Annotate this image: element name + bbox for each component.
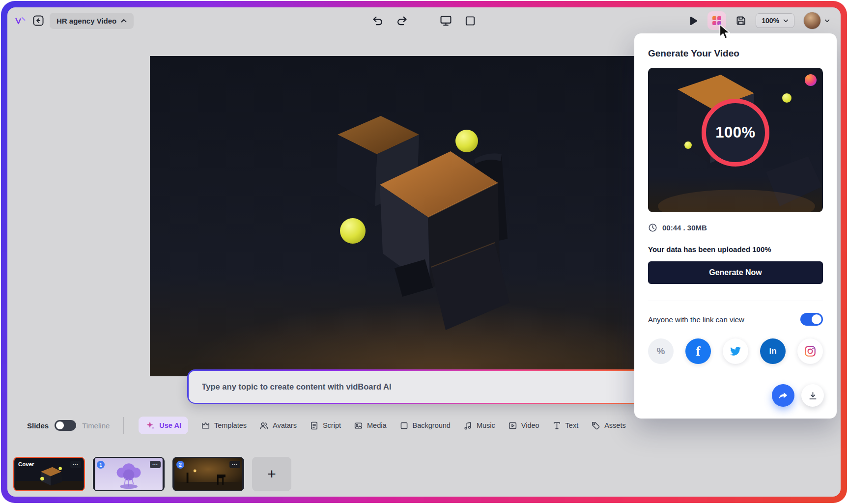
- chevron-down-icon: [824, 19, 830, 23]
- tab-templates[interactable]: Templates: [201, 421, 247, 430]
- slide-thumbnail-2[interactable]: 2 •••: [172, 457, 244, 491]
- chevron-up-icon: [121, 19, 127, 23]
- 3d-cubes-scene: [150, 56, 699, 376]
- undo-button[interactable]: [372, 15, 384, 27]
- slide-thumbnail-1[interactable]: 1 •••: [93, 457, 165, 491]
- slides-timeline-switch[interactable]: [55, 420, 76, 431]
- instagram-icon: [804, 345, 817, 358]
- tab-label: Text: [565, 421, 579, 429]
- ai-prompt-input[interactable]: [189, 371, 679, 403]
- generate-video-panel: Generate Your Video: [634, 33, 837, 419]
- forward-arrow-icon: [778, 390, 789, 401]
- upload-progress-value: 100%: [715, 124, 755, 141]
- social-share-row: % f in: [648, 338, 823, 364]
- duration-size-text: 00:44 . 30MB: [662, 224, 707, 232]
- topbar-center: [372, 14, 477, 27]
- slide-strip: Cover ••• 1 •••: [13, 457, 291, 491]
- text-icon: [552, 421, 562, 430]
- tab-label: Media: [367, 421, 387, 429]
- tab-script[interactable]: Script: [310, 421, 341, 430]
- avatars-icon: [259, 421, 269, 430]
- view-mode-toggle: Slides Timeline: [7, 420, 110, 431]
- yellow-ball: [684, 141, 692, 149]
- generate-grid-icon: [712, 16, 722, 26]
- slide-menu-button[interactable]: •••: [229, 461, 240, 468]
- app-window-gradient-frame: HR agency Video: [1, 1, 847, 503]
- video-canvas[interactable]: [150, 56, 699, 376]
- slide-menu-button[interactable]: •••: [70, 461, 81, 468]
- gradient-logo-icon: [805, 74, 817, 86]
- percent-icon: %: [657, 346, 665, 357]
- zoom-dropdown[interactable]: 100%: [756, 13, 794, 28]
- toolbar-divider: [123, 417, 124, 434]
- upload-progress-ring: 100%: [702, 99, 769, 167]
- account-menu[interactable]: [803, 12, 830, 29]
- slide-cover-label: Cover: [18, 461, 34, 467]
- topbar-left: HR agency Video: [7, 13, 134, 29]
- project-title: HR agency Video: [57, 17, 116, 25]
- social-twitter-button[interactable]: [723, 338, 748, 364]
- app-surface: HR agency Video: [7, 7, 841, 497]
- social-discount-button[interactable]: %: [648, 338, 674, 364]
- tab-media[interactable]: Media: [354, 421, 387, 430]
- tab-music[interactable]: Music: [463, 421, 495, 430]
- background-icon: [399, 421, 409, 430]
- tab-assets[interactable]: Assets: [591, 421, 626, 430]
- slide-thumbnail-cover[interactable]: Cover •••: [13, 457, 85, 491]
- panel-action-buttons: [772, 384, 824, 407]
- tab-label: Music: [477, 421, 495, 429]
- assets-icon: [591, 421, 600, 430]
- share-toggle[interactable]: [800, 313, 823, 326]
- screenshot-stage: HR agency Video: [0, 0, 848, 504]
- tab-label: Assets: [604, 421, 626, 429]
- redo-button[interactable]: [396, 15, 408, 27]
- topbar: HR agency Video: [7, 7, 841, 34]
- tab-label: Templates: [214, 421, 247, 429]
- generate-video-button[interactable]: [707, 11, 726, 30]
- avatar: [803, 12, 821, 29]
- share-button[interactable]: [772, 384, 794, 407]
- back-button[interactable]: [32, 14, 45, 27]
- linkedin-icon: in: [769, 346, 776, 356]
- tab-use-ai[interactable]: Use AI: [139, 417, 188, 434]
- tab-label: Video: [521, 421, 539, 429]
- editor-tabs: Use AI Templates: [139, 417, 625, 434]
- frame-size-button[interactable]: [464, 15, 477, 27]
- timeline-label: Timeline: [82, 421, 110, 430]
- social-linkedin-button[interactable]: in: [760, 338, 786, 364]
- tab-video[interactable]: Video: [508, 421, 539, 430]
- slide-menu-button[interactable]: •••: [150, 461, 161, 468]
- social-facebook-button[interactable]: f: [685, 338, 711, 364]
- screen-preview-button[interactable]: [440, 14, 452, 27]
- video-preview-thumbnail: 100%: [648, 68, 823, 212]
- download-button[interactable]: [801, 384, 824, 407]
- script-icon: [310, 421, 319, 430]
- tab-background[interactable]: Background: [399, 421, 451, 430]
- social-instagram-button[interactable]: [797, 338, 823, 364]
- slide-number-badge: 1: [97, 461, 105, 469]
- tab-label: Background: [413, 421, 451, 429]
- generate-now-button[interactable]: Generate Now: [648, 261, 823, 284]
- save-button[interactable]: [735, 15, 747, 27]
- link-sharing-row: Anyone with the link can view: [648, 301, 823, 326]
- tab-avatars[interactable]: Avatars: [259, 421, 297, 430]
- play-preview-button[interactable]: [686, 15, 699, 27]
- ai-prompt-bar: [187, 369, 680, 404]
- magic-star-icon: [145, 420, 155, 430]
- tab-label: Script: [323, 421, 341, 429]
- media-icon: [354, 421, 363, 430]
- tab-label: Use AI: [159, 421, 181, 429]
- upload-status-text: Your data has been uploaded 100%: [648, 245, 823, 253]
- twitter-icon: [730, 345, 741, 357]
- add-slide-button[interactable]: +: [252, 457, 291, 491]
- music-icon: [463, 421, 473, 430]
- video-meta: 00:44 . 30MB: [648, 223, 823, 232]
- video-icon: [508, 421, 517, 430]
- project-title-menu[interactable]: HR agency Video: [50, 13, 134, 29]
- zoom-value: 100%: [762, 17, 779, 25]
- download-icon: [808, 391, 818, 401]
- clock-icon: [648, 223, 657, 232]
- tab-text[interactable]: Text: [552, 421, 579, 430]
- share-permission-label: Anyone with the link can view: [648, 315, 744, 324]
- slides-label: Slides: [27, 421, 49, 430]
